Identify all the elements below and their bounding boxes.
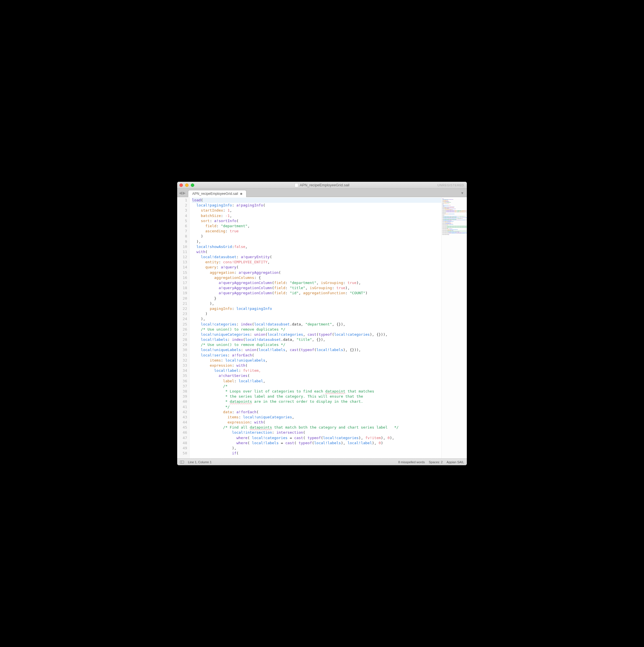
line-number: 32 [177,358,187,363]
code-line[interactable]: ), [192,316,441,321]
code-line[interactable]: * Loops over list of categories to find … [192,389,441,394]
line-number: 17 [177,280,187,285]
code-line[interactable]: * datapoints are in the correct order to… [192,399,441,404]
code-line[interactable]: sort: a!sortInfo( [192,218,441,223]
file-tab[interactable]: APN_recipeEmployeeGrid.sail [188,190,246,197]
code-line[interactable]: local!labels: index(local!datasubset.dat… [192,337,441,342]
dirty-indicator-icon [240,193,242,195]
code-line[interactable]: aggregationColumns: { [192,275,441,280]
code-line[interactable]: ), [192,446,441,451]
line-number: 15 [177,270,187,275]
code-line[interactable]: field: "department", [192,223,441,229]
code-line[interactable]: where( local!labels = cast( typeof(local… [192,440,441,446]
cursor-position[interactable]: Line 1, Column 1 [188,460,212,464]
line-number: 45 [177,425,187,430]
code-line[interactable]: items: local!uniqueCategories, [192,415,441,420]
spell-status[interactable]: 8 misspelled words [398,460,425,464]
line-number: 48 [177,440,187,446]
code-line[interactable]: expression: with( [192,363,441,368]
close-icon[interactable] [179,184,183,187]
code-line[interactable]: local!pagingInfo: a!pagingInfo( [192,203,441,208]
code-line[interactable]: local!intersection: intersection( [192,430,441,435]
back-icon[interactable]: ◀ [179,191,182,195]
line-number: 13 [177,260,187,265]
tab-label: APN_recipeEmployeeGrid.sail [192,192,238,196]
code-line[interactable]: local!showAsGrid:false, [192,244,441,249]
code-line[interactable]: a!queryAggregationColumn(field: "departm… [192,280,441,285]
code-line[interactable]: data: a!forEach( [192,410,441,415]
code-line[interactable]: a!queryAggregationColumn(field: "id", ag… [192,291,441,296]
zoom-icon[interactable] [191,184,194,187]
code-line[interactable]: query: a!query( [192,265,441,270]
code-line[interactable]: where( local!categories = cast( typeof(l… [192,435,441,440]
code-line[interactable]: } [192,296,441,301]
line-gutter: 1234567891011121314151617181920212223242… [177,197,190,458]
code-line[interactable]: * the series label and the category. Thi… [192,394,441,399]
line-number: 50 [177,451,187,456]
code-line[interactable]: /* [192,384,441,389]
titlebar[interactable]: APN_recipeEmployeeGrid.sail UNREGISTERED [177,182,467,189]
code-line[interactable]: batchSize: -1, [192,213,441,218]
code-line[interactable]: local!label: fv!item, [192,368,441,373]
code-line[interactable]: ) [192,234,441,239]
code-line[interactable]: /* Find all datapoints that match both t… [192,425,441,430]
line-number: 31 [177,353,187,358]
code-line[interactable]: aggregation: a!queryAggregation( [192,270,441,275]
code-line[interactable]: local!uniqueLabels: union(local!labels, … [192,347,441,353]
code-line[interactable]: /* Use union() to remove duplicates */ [192,327,441,332]
indent-status[interactable]: Spaces: 2 [429,460,443,464]
line-number: 34 [177,368,187,373]
tab-overflow-icon[interactable]: ▼ [461,191,464,197]
line-number: 14 [177,265,187,270]
code-line[interactable]: ), [192,239,441,244]
code-line[interactable]: with( [192,249,441,255]
code-line[interactable]: expression: with( [192,420,441,425]
code-line[interactable]: load( [192,198,441,203]
line-number: 41 [177,405,187,410]
code-line[interactable]: local!uniqueCategories: union(local!cate… [192,332,441,337]
line-number: 29 [177,342,187,347]
forward-icon[interactable]: ▶ [182,191,186,195]
traffic-lights [179,184,194,187]
code-line[interactable]: pagingInfo: local!pagingInfo [192,306,441,311]
line-number: 1 [177,198,187,203]
code-line[interactable]: ) [192,311,441,316]
code-line[interactable]: ), [192,301,441,306]
line-number: 46 [177,430,187,435]
line-number: 3 [177,208,187,213]
code-line[interactable]: label: local!label, [192,379,441,384]
file-icon [295,183,298,187]
line-number: 21 [177,301,187,306]
code-line[interactable]: local!datasubset: a!queryEntity( [192,255,441,260]
code-line[interactable]: entity: cons!EMPLOYEE_ENTITY, [192,260,441,265]
code-line[interactable]: if( [192,451,441,456]
line-number: 18 [177,285,187,291]
minimize-icon[interactable] [185,184,188,187]
code-line[interactable]: */ [192,405,441,410]
tab-nav: ◀ ▶ [179,191,186,197]
line-number: 5 [177,218,187,223]
panel-toggle-icon[interactable] [180,461,184,463]
code-line[interactable]: a!chartSeries( [192,373,441,378]
editor: 1234567891011121314151617181920212223242… [177,197,467,458]
line-number: 43 [177,415,187,420]
minimap[interactable]: ▪▪▪▪▪▪▪▪▪▪▪▪▪▪▪▪▪▪▪▪▪▪▪▪▪▪▪▪▪▪▪▪▪▪▪▪▪▪▪▪… [441,197,467,458]
syntax-status[interactable]: Appian SAIL [447,460,464,464]
code-line[interactable]: a!queryAggregationColumn(field: "title",… [192,285,441,291]
code-line[interactable]: local!series: a!forEach( [192,353,441,358]
code-area[interactable]: load( local!pagingInfo: a!pagingInfo( st… [190,197,441,458]
line-number: 47 [177,435,187,440]
code-line[interactable]: startIndex: 1, [192,208,441,213]
status-bar: Line 1, Column 1 8 misspelled words Spac… [177,458,467,465]
code-line[interactable]: ascending: true [192,229,441,234]
code-line[interactable]: items: local!uniquelabels, [192,358,441,363]
unregistered-label: UNREGISTERED [437,184,464,187]
line-number: 10 [177,244,187,249]
line-number: 35 [177,373,187,378]
line-number: 2 [177,203,187,208]
line-number: 4 [177,213,187,218]
line-number: 11 [177,249,187,255]
line-number: 38 [177,389,187,394]
code-line[interactable]: /* Use union() to remove duplicates */ [192,342,441,347]
code-line[interactable]: local!categories: index(local!datasubset… [192,322,441,327]
